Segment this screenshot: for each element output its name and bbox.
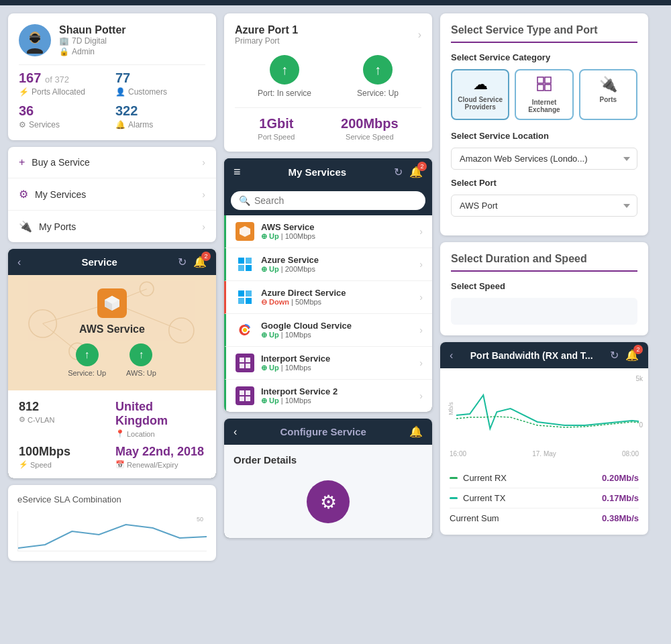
avatar [19,24,51,56]
svg-point-2 [31,34,39,43]
back-icon[interactable]: ‹ [17,256,21,268]
nav-my-ports[interactable]: 🔌 My Ports › [8,211,216,242]
nav-my-services[interactable]: ⚙ My Services › [8,178,216,211]
aws-visual: AWS Service ↑ Service: Up ↑ AWS: Up [8,275,216,390]
location-select-wrapper: Amazon Web Services (Londo...) [451,148,637,170]
svg-rect-27 [246,358,250,362]
port-select-wrapper: AWS Port [451,195,637,217]
back-icon[interactable]: ‹ [234,426,237,438]
service-speed-metric: 200Mbps Service Speed [341,116,399,141]
list-item[interactable]: AWS Service ⊕ Up | 100Mbps › [224,215,432,248]
svg-rect-23 [238,298,244,304]
bandwidth-title: Port Bandwidth (RX and T... [470,350,593,361]
svg-rect-29 [246,364,250,368]
aws-status-up: ↑ AWS: Up [126,343,156,377]
category-label: Select Service Category [451,52,637,62]
configure-icon-area: ⚙ [234,475,423,529]
nav-buy-service[interactable]: + Buy a Service › [8,147,216,178]
speed-label: Select Speed [451,281,637,291]
chevron-right-icon: › [419,226,423,237]
services-header: ≡ My Services ↻ 🔔 2 [224,158,432,186]
category-cloud[interactable]: ☁ Cloud Service Providers [451,69,509,120]
nav-card: + Buy a Service › ⚙ My Services › 🔌 My P… [8,147,216,242]
order-details-title: Order Details [234,454,423,466]
category-ports[interactable]: 🔌 Ports [579,69,637,120]
list-item[interactable]: Azure Service ⊕ Up | 200Mbps › [224,248,432,281]
y-axis-label: Mb/s [448,402,454,415]
search-input[interactable] [254,195,417,206]
left-column: Shaun Potter 🏢 7D Digital 🔒 Admin 167 of… [8,13,216,561]
building-icon: 🏢 [59,36,69,46]
port-select[interactable]: AWS Port [451,195,637,217]
svg-point-25 [243,328,247,332]
svg-rect-28 [240,364,244,368]
svg-rect-35 [545,77,551,83]
svg-rect-19 [238,265,244,271]
bell-badge[interactable]: 🔔 [409,425,423,438]
configure-header: ‹ Configure Service 🔔 [224,419,432,445]
select-service-card: Select Service Type and Port Select Serv… [440,13,648,235]
up-circle-icon: ↑ [270,55,299,85]
service-widget: ‹ Service ↻ 🔔 2 [8,249,216,478]
y-label-min: 0 [639,421,643,429]
aws-box-icon [97,288,127,318]
y-label-max: 5k [635,375,643,382]
svg-rect-31 [246,390,250,395]
rx-dot [450,477,458,479]
detail-renewal: May 22nd, 2018 📅 Renewal/Expiry [115,445,205,469]
svg-text:50: 50 [197,516,203,523]
chevron-right-icon: › [419,390,423,401]
duration-panel-title: Select Duration and Speed [451,253,637,272]
back-icon[interactable]: ‹ [450,350,453,362]
list-item[interactable]: Interport Service ⊕ Up | 10Mbps › [224,347,432,380]
chevron-right-icon: › [202,221,205,232]
sla-title: eService SLA Combination [17,494,207,504]
detail-cvlan: 812 ⚙ C-VLAN [19,400,109,438]
profile-org: 🏢 7D Digital [59,36,126,46]
svg-rect-24 [246,298,252,304]
hamburger-icon[interactable]: ≡ [234,165,241,179]
detail-speed: 100Mbps ⚡ Speed [19,445,109,469]
list-item[interactable]: Interport Service 2 ⊕ Up | 10Mbps › [224,380,432,412]
search-bar: 🔍 [231,191,425,210]
service-list: AWS Service ⊕ Up | 100Mbps › Azure Servi… [224,215,432,412]
interport-icon [236,354,254,372]
up-circle-icon: ↑ [363,55,393,85]
refresh-icon[interactable]: ↻ [394,166,403,178]
right-column: Select Service Type and Port Select Serv… [440,13,648,561]
svg-rect-26 [240,358,244,362]
plus-icon: + [19,156,25,168]
bell-badge[interactable]: 🔔 2 [193,256,207,268]
speed-select-placeholder[interactable] [451,298,637,325]
refresh-icon[interactable]: ↻ [178,256,187,268]
stat-ports: 167 of 372 ⚡ Ports Allocated [19,70,109,97]
profile-card: Shaun Potter 🏢 7D Digital 🔒 Admin 167 of… [8,13,216,140]
list-item[interactable]: Google Cloud Service ⊕ Up | 10Mbps › [224,314,432,347]
svg-rect-17 [238,258,244,264]
location-select[interactable]: Amazon Web Services (Londo...) [451,148,637,170]
metric-row-rx: Current RX 0.20Mb/s [450,468,639,488]
bell-badge[interactable]: 🔔 2 [409,166,423,178]
svg-rect-22 [246,290,252,297]
category-internet-exchange[interactable]: Internet Exchange [515,69,573,120]
widget-title: Service [81,256,117,268]
azure-icon [236,255,254,274]
bell-badge[interactable]: 🔔 2 [625,349,639,362]
duration-card: Select Duration and Speed Select Speed [440,242,648,335]
profile-header: Shaun Potter 🏢 7D Digital 🔒 Admin [19,24,205,56]
port-group: Select Port AWS Port [451,178,637,217]
port-chevron-icon[interactable]: › [418,29,421,41]
list-item[interactable]: Azure Direct Service ⊖ Down | 50Mbps › [224,281,432,314]
services-icon: ⚙ [19,188,28,201]
svg-rect-34 [537,77,544,83]
tx-dot [450,497,458,499]
stats-grid: 167 of 372 ⚡ Ports Allocated 77 👤 Custom… [19,64,205,129]
location-group: Select Service Location Amazon Web Servi… [451,131,637,170]
stat-alarms: 322 🔔 Alarms [115,103,205,129]
exchange-icon [536,76,552,96]
refresh-icon[interactable]: ↻ [610,349,619,362]
bandwidth-metrics: Current RX 0.20Mb/s Current TX 0.17Mb/s [440,462,648,535]
svg-rect-21 [238,290,244,297]
service-status-up: ↑ Service: Up [68,343,106,377]
my-services-widget: ≡ My Services ↻ 🔔 2 🔍 [224,158,432,412]
